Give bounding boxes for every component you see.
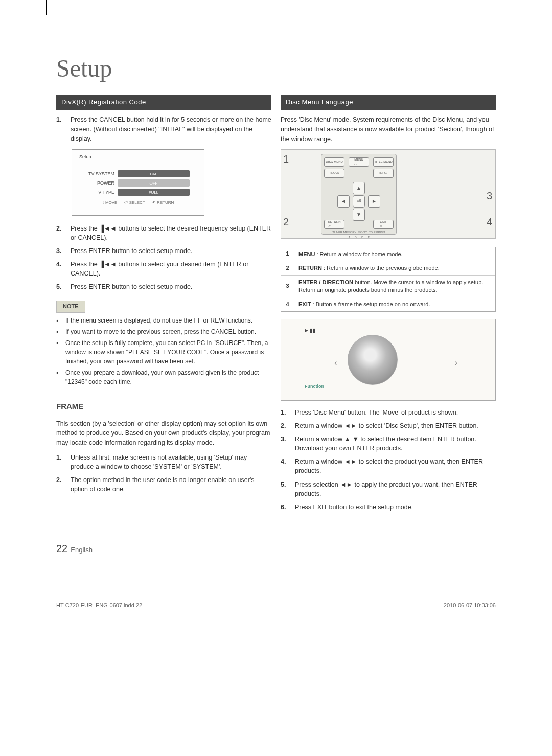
step-text: Press ENTER button to select setup mode. xyxy=(71,282,192,291)
callout-4: 4 xyxy=(487,215,492,229)
osd-row-label: POWER xyxy=(86,180,114,187)
right-step-1: 1.Press 'Disc Menu' button. The 'Move' o… xyxy=(281,408,496,417)
osd-footer-hint: ⏎ SELECT xyxy=(124,200,145,205)
table-cell-label: RETURN xyxy=(298,265,322,271)
table-cell-text: Return a window for home mode. xyxy=(320,251,403,257)
step-number: 3. xyxy=(56,246,65,256)
note-item: If the menu screen is displayed, do not … xyxy=(65,316,252,325)
osd-row-value: FULL xyxy=(118,189,190,196)
step-5: 5. Press ENTER button to select setup mo… xyxy=(56,282,271,291)
step-text: Press the ▐◄◄ buttons to select the desi… xyxy=(71,224,271,242)
remote-diagram: 1 2 3 4 DISC MENU MENU▭ TITLE MENU TOOLS… xyxy=(281,149,496,239)
dpad: ▲ ▼ ◄ ► ⏎ xyxy=(335,182,382,221)
page-title: Setup xyxy=(56,51,496,85)
page: Setup DivX(R) Registration Code 1. Press… xyxy=(0,20,552,630)
right-step-6: 6.Press EXIT button to exit the setup mo… xyxy=(281,502,496,512)
callout-table: 1 MENU : Return a window for home mode. … xyxy=(281,247,496,312)
play-pause-icon: ►▮▮ xyxy=(304,327,315,334)
column-left: DivX(R) Registration Code 1. Press the C… xyxy=(56,95,271,516)
tools-button: TOOLS xyxy=(324,169,344,178)
disc-function-label: Function xyxy=(300,382,329,391)
step-2: 2. Press the ▐◄◄ buttons to select the d… xyxy=(56,224,271,242)
step-3: 3. Press ENTER button to select setup mo… xyxy=(56,246,271,256)
osd-title: Setup xyxy=(76,154,200,161)
callout-1: 1 xyxy=(283,152,289,166)
frame-body: This section (by a 'selection' or other … xyxy=(56,419,271,448)
dpad-right-icon: ► xyxy=(368,195,380,208)
chevron-left-icon: ‹ xyxy=(334,357,337,369)
osd-row-value: OFF xyxy=(118,179,190,187)
step-number: 1. xyxy=(56,115,65,143)
frame-steps: 1.Unless at first, make screen is not av… xyxy=(56,453,271,494)
note-item: Once you prepare a download, your own pa… xyxy=(65,368,271,386)
note-list: ▪If the menu screen is displayed, do not… xyxy=(56,316,271,386)
return-button: RETURN↶ xyxy=(324,220,344,229)
right-step-5: 5.Press selection ◄► to apply the produc… xyxy=(281,480,496,498)
dpad-left-icon: ◄ xyxy=(337,195,350,208)
step-text: Return a window ▲ ▼ to select the desire… xyxy=(295,434,496,453)
right-step-3: 3.Return a window ▲ ▼ to select the desi… xyxy=(281,434,496,453)
step-text: Press the CANCEL button hold it in for 5… xyxy=(71,115,271,143)
column-right: Disc Menu Language Press 'Disc Menu' mod… xyxy=(281,95,496,516)
note-item: Once the setup is fully complete, you ca… xyxy=(65,338,271,366)
table-cell-label: EXIT xyxy=(298,301,311,307)
callout-2: 2 xyxy=(283,215,289,229)
right-step-4: 4.Return a window ◄► to select the produ… xyxy=(281,457,496,475)
table-cell-text: Button a frame the setup mode on no onwa… xyxy=(316,301,430,307)
table-cell-num: 3 xyxy=(281,276,294,297)
table-cell-label: MENU xyxy=(298,251,315,257)
osd-row-label: TV TYPE xyxy=(86,189,114,196)
note-item: If you want to move to the previous scre… xyxy=(65,327,256,336)
subsection-frame: FRAME xyxy=(56,401,271,414)
right-intro: Press 'Disc Menu' mode. System requireme… xyxy=(281,115,496,144)
step-text: Press 'Disc Menu' button. The 'Move' of … xyxy=(295,408,458,417)
frame-step-text: Unless at first, make screen is not avai… xyxy=(71,453,271,471)
osd-row-value: PAL xyxy=(118,170,190,177)
step-1: 1. Press the CANCEL button hold it in fo… xyxy=(56,115,271,143)
table-cell-num: 2 xyxy=(281,261,294,275)
info-button: INFOi xyxy=(373,169,394,178)
section-header-left: DivX(R) Registration Code xyxy=(56,95,271,110)
disc-menu-button: DISC MENU xyxy=(324,157,344,167)
step-number: 4. xyxy=(56,260,65,278)
frame-step-text: The option method in the user code is no… xyxy=(71,475,271,494)
osd-row-label: TV SYSTEM xyxy=(86,171,114,177)
footer-file: HT-C720-EUR_ENG-0607.indd 22 xyxy=(56,602,142,609)
step-text: Return a window ◄► to select 'Disc Setup… xyxy=(295,421,478,430)
print-footer: HT-C720-EUR_ENG-0607.indd 22 2010-06-07 … xyxy=(56,602,496,609)
osd-footer-hint: ↶ RETURN xyxy=(152,200,174,205)
remote-small-labels: TUNER MEMORY MO/ST CD RIPPING xyxy=(321,230,396,234)
exit-button: EXIT⤫ xyxy=(373,220,394,229)
title-menu-button: TITLE MENU xyxy=(373,157,394,167)
menu-button: MENU▭ xyxy=(349,157,369,167)
callout-3: 3 xyxy=(487,189,492,203)
note-label: NOTE xyxy=(56,301,85,312)
osd-screenshot: Setup TV SYSTEM PAL POWER OFF TV TYPE FU… xyxy=(72,149,204,216)
crop-marks xyxy=(0,0,552,20)
step-text: Press the ▐◄◄ buttons to select your des… xyxy=(71,260,271,278)
table-cell-num: 1 xyxy=(281,247,294,261)
remote-abcd-row: A B C D xyxy=(321,235,396,239)
step-number: 2. xyxy=(56,224,65,242)
dpad-up-icon: ▲ xyxy=(353,182,365,194)
section-header-right: Disc Menu Language xyxy=(281,95,496,110)
step-text: Press selection ◄► to apply the product … xyxy=(295,480,496,498)
page-number: 22English xyxy=(56,541,496,556)
table-cell-num: 4 xyxy=(281,297,294,311)
footer-timestamp: 2010-06-07 10:33:06 xyxy=(444,602,496,609)
disc-icon xyxy=(348,335,398,385)
dpad-down-icon: ▼ xyxy=(353,209,365,221)
table-cell-text: Return a window to the previous globe mo… xyxy=(327,265,440,271)
osd-footer-hint: ↕ MOVE xyxy=(102,200,118,205)
page-language: English xyxy=(71,546,93,554)
main-columns: DivX(R) Registration Code 1. Press the C… xyxy=(56,95,496,516)
step-text: Press EXIT button to exit the setup mode… xyxy=(295,502,413,512)
step-number: 5. xyxy=(56,282,65,291)
step-text: Press ENTER button to select setup mode. xyxy=(71,246,192,256)
table-cell-label: ENTER / DIRECTION xyxy=(298,279,353,285)
step-4: 4. Press the ▐◄◄ buttons to select your … xyxy=(56,260,271,278)
note-box: NOTE ▪If the menu screen is displayed, d… xyxy=(56,301,271,386)
chevron-right-icon: › xyxy=(455,357,457,369)
disc-figure: ►▮▮ ‹ › Function xyxy=(281,319,496,401)
remote-body: DISC MENU MENU▭ TITLE MENU TOOLS INFOi ▲… xyxy=(321,154,397,235)
